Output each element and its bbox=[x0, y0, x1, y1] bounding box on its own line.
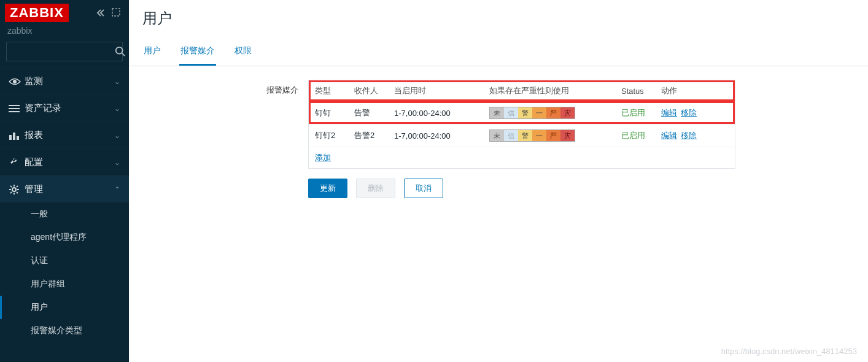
brand-subtitle: zabbix bbox=[0, 25, 129, 42]
cancel-button[interactable]: 取消 bbox=[404, 179, 443, 198]
remove-link[interactable]: 移除 bbox=[681, 108, 697, 117]
cell-when: 1-7,00:00-24:00 bbox=[394, 109, 489, 118]
gear-icon bbox=[9, 184, 25, 195]
th-actions: 动作 bbox=[661, 85, 729, 96]
cell-severity: 未信警一严灾 bbox=[489, 107, 621, 119]
nav-admin[interactable]: 管理 ⌃ bbox=[0, 175, 129, 202]
severity-5: 灾 bbox=[560, 107, 575, 118]
nav-label: 报表 bbox=[25, 129, 43, 141]
cell-status: 已启用 bbox=[621, 107, 661, 118]
chevron-down-icon: ⌄ bbox=[114, 131, 120, 140]
main-content: 用户 用户 报警媒介 权限 报警媒介 类型 收件人 当启用时 如果存在严重性则使… bbox=[129, 0, 868, 362]
cell-sendto: 告警 bbox=[354, 107, 394, 118]
svg-rect-9 bbox=[17, 136, 19, 140]
collapse-icon[interactable] bbox=[96, 8, 106, 18]
edit-link[interactable]: 编辑 bbox=[661, 131, 677, 140]
add-media-link[interactable]: 添加 bbox=[315, 153, 331, 162]
nav-label: 配置 bbox=[25, 156, 43, 168]
bar-chart-icon bbox=[9, 131, 25, 140]
sub-auth[interactable]: 认证 bbox=[0, 249, 129, 272]
watermark: https://blog.csdn.net/weixin_48114253 bbox=[721, 347, 857, 356]
svg-rect-0 bbox=[112, 9, 120, 16]
severity-5: 灾 bbox=[560, 130, 575, 141]
severity-4: 严 bbox=[546, 130, 560, 141]
cell-severity: 未信警一严灾 bbox=[489, 129, 621, 142]
tabs: 用户 报警媒介 权限 bbox=[129, 39, 868, 66]
severity-1: 信 bbox=[504, 130, 518, 141]
th-severity: 如果存在严重性则使用 bbox=[489, 85, 621, 96]
th-sendto: 收件人 bbox=[354, 85, 394, 96]
update-button[interactable]: 更新 bbox=[308, 179, 347, 198]
table-row: 钉钉告警1-7,00:00-24:00未信警一严灾已启用编辑移除 bbox=[309, 101, 735, 124]
tab-media[interactable]: 报警媒介 bbox=[179, 39, 216, 66]
admin-submenu: 一般 agent代理程序 认证 用户群组 用户 报警媒介类型 bbox=[0, 202, 129, 342]
sub-agent-proxy[interactable]: agent代理程序 bbox=[0, 226, 129, 249]
cell-sendto: 告警2 bbox=[354, 130, 394, 141]
cell-actions: 编辑移除 bbox=[661, 130, 729, 141]
nav-label: 监测 bbox=[25, 75, 43, 87]
svg-point-3 bbox=[13, 80, 17, 83]
status-link[interactable]: 已启用 bbox=[621, 108, 645, 117]
severity-2: 警 bbox=[518, 130, 532, 141]
th-type: 类型 bbox=[315, 85, 354, 96]
severity-4: 严 bbox=[546, 107, 560, 118]
search-icon[interactable] bbox=[115, 46, 126, 57]
cell-when: 1-7,00:00-24:00 bbox=[394, 131, 489, 141]
status-link[interactable]: 已启用 bbox=[621, 131, 645, 140]
list-icon bbox=[9, 104, 25, 113]
tab-user[interactable]: 用户 bbox=[142, 39, 162, 66]
nav-config[interactable]: 配置 ⌄ bbox=[0, 148, 129, 175]
nav-label: 管理 bbox=[25, 183, 43, 195]
severity-3: 一 bbox=[532, 130, 546, 141]
eye-icon bbox=[9, 77, 25, 86]
nav-reports[interactable]: 报表 ⌄ bbox=[0, 121, 129, 148]
search-input[interactable] bbox=[12, 47, 115, 56]
nav-inventory[interactable]: 资产记录 ⌄ bbox=[0, 94, 129, 121]
th-status: Status bbox=[621, 87, 661, 96]
media-table-header: 类型 收件人 当启用时 如果存在严重性则使用 Status 动作 bbox=[309, 80, 735, 101]
brand-row: ZABBIX bbox=[0, 0, 129, 25]
chevron-down-icon: ⌄ bbox=[114, 158, 120, 167]
remove-link[interactable]: 移除 bbox=[681, 131, 697, 140]
cell-type: 钉钉2 bbox=[315, 130, 354, 141]
media-form-label: 报警媒介 bbox=[142, 80, 308, 96]
wrench-icon bbox=[9, 157, 25, 168]
chevron-down-icon: ⌄ bbox=[114, 104, 120, 113]
svg-rect-8 bbox=[13, 133, 15, 140]
chevron-up-icon: ⌃ bbox=[114, 185, 120, 194]
severity-strip: 未信警一严灾 bbox=[489, 107, 575, 119]
cell-type: 钉钉 bbox=[315, 107, 354, 118]
logo[interactable]: ZABBIX bbox=[5, 4, 69, 22]
severity-2: 警 bbox=[518, 107, 532, 118]
button-row: 更新 删除 取消 bbox=[308, 179, 735, 198]
edit-link[interactable]: 编辑 bbox=[661, 108, 677, 117]
sub-general[interactable]: 一般 bbox=[0, 202, 129, 226]
svg-rect-7 bbox=[9, 135, 12, 140]
sub-users[interactable]: 用户 bbox=[0, 296, 129, 319]
nav-monitoring[interactable]: 监测 ⌄ bbox=[0, 67, 129, 94]
severity-3: 一 bbox=[532, 107, 546, 118]
delete-button: 删除 bbox=[356, 179, 395, 198]
fullscreen-icon[interactable] bbox=[112, 8, 120, 18]
sub-user-groups[interactable]: 用户群组 bbox=[0, 272, 129, 296]
nav-label: 资产记录 bbox=[25, 102, 61, 114]
sub-media-types[interactable]: 报警媒介类型 bbox=[0, 319, 129, 342]
severity-1: 信 bbox=[504, 107, 518, 118]
chevron-down-icon: ⌄ bbox=[114, 77, 120, 86]
media-table: 类型 收件人 当启用时 如果存在严重性则使用 Status 动作 钉钉告警1-7… bbox=[308, 80, 735, 169]
sidebar: ZABBIX zabbix 监测 ⌄ 资产记录 ⌄ bbox=[0, 0, 129, 362]
cell-status: 已启用 bbox=[621, 130, 661, 141]
search-box[interactable] bbox=[6, 42, 123, 61]
svg-line-2 bbox=[122, 53, 125, 56]
table-row: 钉钉2告警21-7,00:00-24:00未信警一严灾已启用编辑移除 bbox=[309, 124, 735, 147]
page-title: 用户 bbox=[129, 0, 868, 39]
svg-point-10 bbox=[12, 188, 16, 191]
tab-permissions[interactable]: 权限 bbox=[233, 39, 253, 66]
severity-strip: 未信警一严灾 bbox=[489, 129, 575, 142]
cell-actions: 编辑移除 bbox=[661, 107, 729, 118]
svg-point-1 bbox=[116, 47, 123, 54]
th-when: 当启用时 bbox=[394, 85, 489, 96]
severity-0: 未 bbox=[490, 130, 504, 141]
severity-0: 未 bbox=[490, 107, 504, 118]
